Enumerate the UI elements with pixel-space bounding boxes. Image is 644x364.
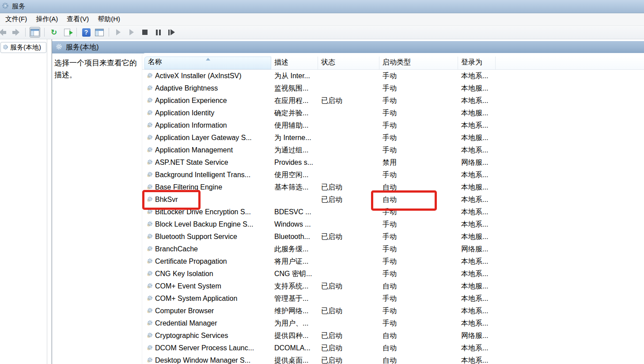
service-row[interactable]: Cryptographic Services 提供四种... 已启动 自动 网络… [142, 330, 644, 342]
service-row[interactable]: DCOM Server Process Launc... DCOMLA... 已… [142, 342, 644, 354]
refresh-icon[interactable]: ↻ [49, 27, 59, 38]
service-description: Bluetooth... [271, 233, 318, 241]
service-row[interactable]: Credential Manager 为用户、... 手动 本地系... [142, 317, 644, 330]
menu-action[interactable]: 操作(A) [31, 14, 62, 25]
service-description: 确定并验... [271, 109, 318, 118]
service-startup-type: 手动 [379, 133, 458, 143]
service-row[interactable]: Application Information 使用辅助... 手动 本地系..… [142, 119, 644, 132]
restart-service-icon[interactable] [166, 27, 177, 38]
forward-arrow-icon[interactable] [11, 27, 21, 38]
column-header-logon-as[interactable]: 登录为 [458, 57, 496, 69]
menu-bar: 文件(F) 操作(A) 查看(V) 帮助(H) [0, 13, 644, 26]
service-status: 已启动 [318, 282, 379, 291]
service-gear-icon [147, 171, 153, 179]
help-icon[interactable]: ? [81, 27, 91, 38]
service-row[interactable]: Application Layer Gateway S... 为 Interne… [142, 132, 644, 144]
service-name: Application Management [155, 146, 233, 154]
service-description: 使用辅助... [271, 121, 318, 130]
service-row[interactable]: COM+ Event System 支持系统... 已启动 自动 本地服... [142, 280, 644, 292]
service-description: 提供桌面... [271, 356, 318, 364]
service-description: 基本筛选... [271, 183, 318, 192]
menu-view[interactable]: 查看(V) [62, 14, 93, 25]
service-logon-as: 本地系... [458, 96, 496, 106]
service-name: ActiveX Installer (AxInstSV) [155, 72, 242, 80]
stop-service-icon[interactable] [140, 27, 150, 38]
service-row[interactable]: CNG Key Isolation CNG 密钥... 手动 本地系... [142, 268, 644, 280]
service-description: 维护网络... [271, 307, 318, 316]
service-name: COM+ Event System [155, 282, 221, 290]
service-gear-icon [147, 121, 153, 129]
service-gear-icon [147, 282, 153, 290]
service-logon-as: 网络服... [458, 331, 496, 341]
back-arrow-icon[interactable] [0, 27, 8, 38]
service-name: Adaptive Brightness [155, 84, 218, 92]
service-name: COM+ System Application [155, 295, 237, 303]
action-pane-toggle-icon[interactable] [94, 27, 105, 38]
service-logon-as: 本地服... [458, 109, 496, 118]
services-gear-icon [2, 2, 9, 11]
service-row[interactable]: Block Level Backup Engine S... Windows .… [142, 218, 644, 231]
service-name: BranchCache [155, 245, 198, 253]
menu-file[interactable]: 文件(F) [1, 14, 31, 25]
service-row[interactable]: Application Experience 在应用程... 已启动 手动 本地… [142, 95, 644, 107]
service-description: 支持系统... [271, 282, 318, 291]
service-row[interactable]: Adaptive Brightness 监视氛围... 手动 本地服... [142, 82, 644, 95]
column-header-status[interactable]: 状态 [318, 57, 379, 69]
service-name: DCOM Server Process Launc... [155, 344, 254, 352]
service-startup-type: 禁用 [379, 158, 458, 167]
column-header-filler [496, 57, 644, 69]
list-header: 名称 描述 状态 启动类型 登录为 [142, 57, 644, 70]
service-logon-as: 本地系... [458, 146, 496, 155]
service-description: CNG 密钥... [271, 269, 318, 279]
window-title: 服务 [12, 2, 25, 11]
service-row[interactable]: BranchCache 此服务缓... 手动 网络服... [142, 243, 644, 255]
service-logon-as: 本地系... [458, 257, 496, 266]
service-row[interactable]: Application Identity 确定并验... 手动 本地服... [142, 107, 644, 119]
service-gear-icon [147, 220, 153, 228]
service-row[interactable]: Certificate Propagation 将用户证... 手动 本地系..… [142, 255, 644, 268]
service-logon-as: 本地系... [458, 220, 496, 229]
service-status: 已启动 [318, 356, 379, 364]
service-gear-icon [147, 319, 153, 327]
pane-splitter[interactable] [48, 39, 52, 364]
menu-help[interactable]: 帮助(H) [93, 14, 125, 25]
start-service-icon[interactable] [113, 27, 124, 38]
service-status: 已启动 [318, 232, 379, 242]
service-description: Provides s... [271, 159, 318, 167]
sidebar-item-label: 服务(本地) [10, 43, 41, 52]
service-description: 此服务缓... [271, 245, 318, 254]
column-header-name[interactable]: 名称 [144, 57, 271, 69]
console-tree-toggle-icon[interactable] [30, 27, 40, 38]
service-gear-icon [147, 332, 153, 340]
service-gear-icon [147, 233, 153, 241]
service-name: CNG Key Isolation [155, 270, 213, 278]
toolbar-separator [25, 28, 26, 37]
service-startup-type: 手动 [379, 319, 458, 328]
column-header-description[interactable]: 描述 [271, 57, 318, 69]
service-name: ASP.NET State Service [155, 159, 228, 167]
service-row[interactable]: Application Management 为通过组... 手动 本地系... [142, 144, 644, 156]
service-status: 已启动 [318, 183, 379, 192]
service-logon-as: 本地系... [458, 195, 496, 205]
service-row[interactable]: Background Intelligent Trans... 使用空闲... … [142, 169, 644, 181]
service-row[interactable]: COM+ System Application 管理基于... 手动 本地系..… [142, 292, 644, 305]
service-logon-as: 本地服... [458, 282, 496, 291]
sidebar-item-services-local[interactable]: 服务(本地) [0, 42, 46, 53]
service-row[interactable]: Computer Browser 维护网络... 已启动 手动 本地系... [142, 305, 644, 317]
service-name: Certificate Propagation [155, 258, 227, 265]
column-header-startup-type[interactable]: 启动类型 [379, 57, 458, 69]
service-row[interactable]: ActiveX Installer (AxInstSV) 为从 Inter...… [142, 70, 644, 82]
service-description: DCOMLA... [271, 344, 318, 352]
resume-service-icon[interactable] [126, 27, 137, 38]
export-list-icon[interactable] [62, 27, 72, 38]
pause-service-icon[interactable] [153, 27, 163, 38]
service-logon-as: 本地系... [458, 121, 496, 130]
sort-asc-icon [206, 58, 210, 61]
service-description: 监视氛围... [271, 84, 318, 93]
service-row[interactable]: ASP.NET State Service Provides s... 禁用 网… [142, 156, 644, 169]
service-description: 为从 Inter... [271, 72, 318, 81]
service-description: 在应用程... [271, 96, 318, 106]
service-row[interactable]: Desktop Window Manager S... 提供桌面... 已启动 … [142, 354, 644, 364]
service-row[interactable]: Bluetooth Support Service Bluetooth... 已… [142, 231, 644, 243]
service-status: 已启动 [318, 331, 379, 341]
